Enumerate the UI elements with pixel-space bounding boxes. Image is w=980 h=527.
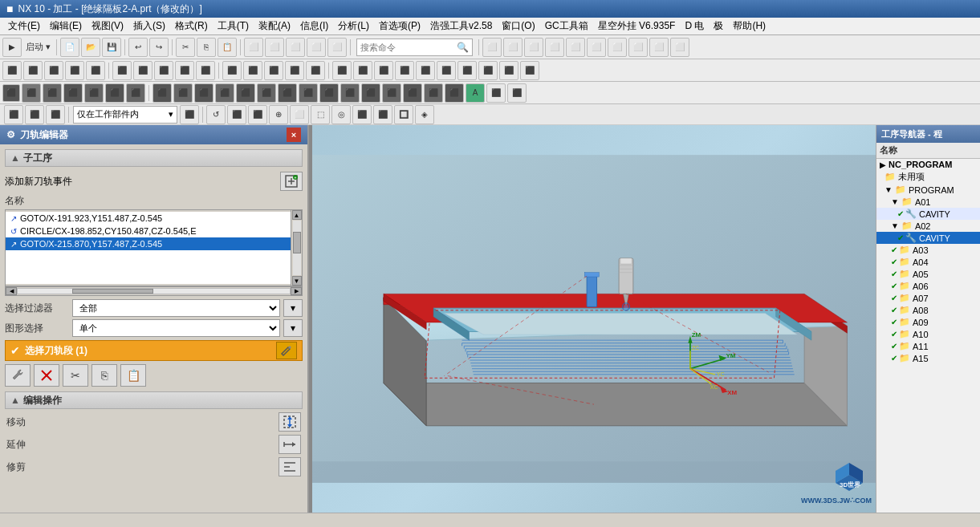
tree-a02[interactable]: ▼ 📁 A02 (876, 220, 980, 232)
tb3-25[interactable]: ⬛ (507, 83, 527, 103)
tb3-4[interactable]: ⬛ (63, 83, 83, 103)
paste-button[interactable]: 📋 (120, 364, 146, 387)
menu-help[interactable]: 帮助(H) (728, 18, 771, 34)
tb3-24[interactable]: ⬛ (486, 83, 506, 103)
tb2-14[interactable]: ⬛ (285, 61, 304, 80)
tb-start-btn[interactable]: ▶ (2, 38, 22, 57)
graph-dropdown-btn[interactable]: ▾ (283, 319, 303, 337)
tb2-11[interactable]: ⬛ (222, 61, 242, 80)
select-segment-row[interactable]: ✔ 选择刀轨段 (1) (5, 340, 303, 361)
tree-program[interactable]: ▼ 📁 PROGRAM (876, 184, 980, 196)
tree-a01-cavity[interactable]: ✔ 🔧 CAVITY (876, 208, 980, 220)
tb3-5[interactable]: ⬛ (84, 83, 104, 103)
trim-button[interactable] (279, 457, 301, 476)
tb2-12[interactable]: ⬛ (243, 61, 262, 80)
tb2-7[interactable]: ⬛ (133, 61, 152, 80)
tb2-3[interactable]: ⬛ (44, 61, 63, 80)
tb2-15[interactable]: ⬛ (306, 61, 325, 80)
segment-edit-button[interactable] (276, 342, 297, 359)
menu-window[interactable]: 窗口(O) (497, 18, 539, 34)
tb-btn-12[interactable]: ⬜ (524, 38, 543, 57)
menu-view[interactable]: 视图(V) (87, 18, 128, 34)
tb-undo[interactable]: ↩ (128, 38, 148, 57)
tb3-20[interactable]: ⬛ (403, 83, 422, 103)
tb3-2[interactable]: ⬛ (22, 83, 41, 103)
menu-file[interactable]: 文件(E) (3, 18, 45, 34)
menu-info[interactable]: 信息(I) (295, 18, 333, 34)
menu-gc[interactable]: GC工具箱 (540, 18, 593, 34)
scissors-button[interactable]: ✂ (63, 364, 88, 387)
tb-btn-15[interactable]: ⬜ (587, 38, 606, 57)
tb2-9[interactable]: ⬛ (175, 61, 194, 80)
tb3-8[interactable]: ⬛ (152, 83, 172, 103)
tb2-20[interactable]: ⬛ (416, 61, 435, 80)
menu-edit[interactable]: 编辑(E) (45, 18, 87, 34)
tb3-21[interactable]: ⬛ (424, 83, 443, 103)
extend-button[interactable] (279, 435, 301, 454)
tb2-25[interactable]: ⬛ (520, 61, 539, 80)
tb2-2[interactable]: ⬛ (23, 61, 43, 80)
tb-btn-8[interactable]: ⬜ (307, 38, 326, 57)
tb-btn-16[interactable]: ⬜ (608, 38, 627, 57)
menu-insert[interactable]: 插入(S) (128, 18, 170, 34)
tb3-15[interactable]: ⬛ (299, 83, 318, 103)
tb-btn-7[interactable]: ⬜ (286, 38, 305, 57)
tb3-22[interactable]: ⬛ (445, 83, 464, 103)
tb-paste[interactable]: 📋 (218, 38, 237, 57)
wrench-button[interactable] (5, 364, 30, 387)
tb3-14[interactable]: ⬛ (278, 83, 297, 103)
tree-a03[interactable]: ✔ 📁 A03 (876, 244, 980, 256)
close-panel-button[interactable]: × (287, 128, 301, 142)
tb-btn-10[interactable]: ⬜ (482, 38, 502, 57)
tree-a07[interactable]: ✔ 📁 A07 (876, 292, 980, 304)
menu-xk[interactable]: 星空外挂 V6.935F (593, 18, 681, 34)
filter-tb-2[interactable]: ⬛ (25, 105, 44, 124)
tree-a02-cavity[interactable]: ✔ 🔧 CAVITY (876, 232, 980, 244)
tb-save[interactable]: 💾 (102, 38, 121, 57)
tree-a11[interactable]: ✔ 📁 A11 (876, 340, 980, 352)
tb2-4[interactable]: ⬛ (65, 61, 84, 80)
tb2-13[interactable]: ⬛ (264, 61, 283, 80)
menu-tools[interactable]: 工具(T) (213, 18, 254, 34)
filter-refresh-btn[interactable]: ↺ (206, 105, 226, 124)
scroll-down-btn[interactable]: ▼ (292, 276, 302, 286)
menu-assembly[interactable]: 装配(A) (254, 18, 295, 34)
tb3-17[interactable]: ⬛ (340, 83, 360, 103)
list-hscrollbar[interactable]: ◀ ▶ (5, 286, 303, 296)
move-button[interactable] (279, 412, 301, 432)
filter-tb-13[interactable]: 🔲 (394, 105, 413, 124)
3d-viewport[interactable]: ZM YM YC ZC XM XC (312, 125, 876, 513)
tb3-12[interactable]: ⬛ (236, 83, 255, 103)
tb2-8[interactable]: ⬛ (154, 61, 173, 80)
tb-copy[interactable]: ⎘ (197, 38, 216, 57)
filter-tb-7[interactable]: ⊕ (269, 105, 288, 124)
tb3-23[interactable]: A (466, 83, 485, 103)
tree-a05[interactable]: ✔ 📁 A05 (876, 268, 980, 280)
menu-format[interactable]: 格式(R) (170, 18, 213, 34)
hscroll-right-btn[interactable]: ▶ (291, 287, 302, 295)
tb2-16[interactable]: ⬛ (332, 61, 352, 80)
tb3-16[interactable]: ⬛ (319, 83, 339, 103)
tb2-6[interactable]: ⬛ (112, 61, 132, 80)
search-icon[interactable]: 🔍 (457, 42, 469, 53)
subsection-header[interactable]: ▲ 子工序 (5, 149, 303, 167)
tb-btn-13[interactable]: ⬜ (545, 38, 564, 57)
tb-btn-19[interactable]: ⬜ (670, 38, 689, 57)
filter-tb-12[interactable]: ⬛ (373, 105, 392, 124)
graph-select[interactable]: 单个 多个 (72, 319, 280, 337)
tb2-19[interactable]: ⬛ (395, 61, 414, 80)
filter-select[interactable]: 全部 直线 圆弧 (72, 299, 280, 317)
tree-a04[interactable]: ✔ 📁 A04 (876, 256, 980, 268)
menu-hq[interactable]: 浩强工具v2.58 (425, 18, 497, 34)
tb-btn-14[interactable]: ⬜ (566, 38, 585, 57)
tp-item-2[interactable]: ↗ GOTO/X-215.870,Y157.487,Z-0.545 (6, 237, 291, 250)
filter-tb-1[interactable]: ⬛ (4, 105, 23, 124)
search-box[interactable]: 🔍 (356, 39, 473, 56)
copy-button[interactable]: ⎘ (91, 364, 117, 387)
tb3-9[interactable]: ⬛ (173, 83, 193, 103)
filter-tb-4[interactable]: ⬛ (180, 105, 199, 124)
tree-a08[interactable]: ✔ 📁 A08 (876, 304, 980, 316)
tree-a06[interactable]: ✔ 📁 A06 (876, 280, 980, 292)
tb3-7[interactable]: ⬛ (126, 83, 145, 103)
tb3-1[interactable]: ⬛ (2, 84, 20, 102)
